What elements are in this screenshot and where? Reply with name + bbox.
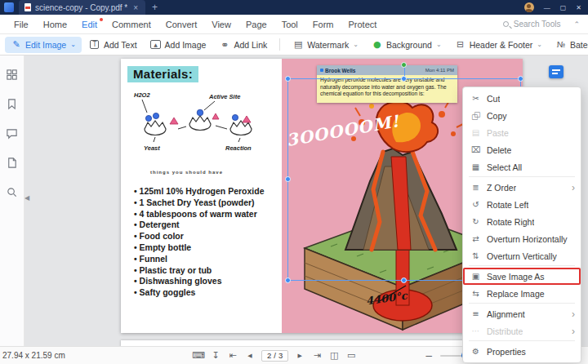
toolbar-button-label: Add Image — [165, 40, 207, 50]
add-image-icon — [150, 39, 162, 51]
left-sidebar — [0, 55, 24, 346]
page-indicator[interactable]: 2 / 3 — [261, 350, 288, 362]
toolbar-button[interactable]: Bates Number ⌄ — [550, 37, 588, 53]
context-menu-item[interactable]: Copy — [463, 107, 581, 124]
context-menu-item[interactable]: Alignment — [463, 305, 581, 322]
current-page[interactable]: 2 — [267, 351, 271, 360]
toolbar-button[interactable]: Add Image ⌄ — [145, 37, 212, 53]
tab-close-icon[interactable]: × — [131, 3, 140, 12]
fit-page-icon[interactable] — [345, 350, 357, 362]
rotate-right-icon — [470, 216, 481, 227]
close-button[interactable]: ✕ — [576, 4, 581, 11]
select-all-icon — [470, 162, 481, 172]
menu-item[interactable]: Convert — [158, 15, 205, 34]
menu-item-label: Z Order — [487, 183, 516, 193]
user-avatar[interactable] — [524, 2, 534, 12]
material-item: Dishwashing gloves — [134, 276, 265, 287]
delete-icon — [470, 144, 481, 155]
panel-collapse-icon[interactable]: ◀ — [24, 194, 29, 202]
annotation-badge-icon[interactable] — [549, 65, 564, 78]
menu-item[interactable]: Page — [238, 15, 274, 34]
prev-page-icon[interactable] — [244, 350, 256, 362]
sidebar-comments[interactable] — [6, 127, 19, 140]
menu-item[interactable]: Protect — [341, 15, 384, 34]
keyboard-icon[interactable] — [193, 350, 204, 362]
material-item: Detergent — [134, 220, 265, 231]
tab-title: science-copy - Copy.pdf * — [35, 3, 127, 12]
menu-item-label: Save Image As — [487, 272, 545, 282]
toolbar-button-label: Bates Number — [570, 40, 588, 50]
page-dimensions: 27.94 x 21.59 cm — [2, 351, 65, 360]
context-menu-item[interactable]: Cut — [463, 90, 581, 107]
context-menu-item[interactable]: Save Image As — [463, 268, 581, 285]
z-order-icon — [470, 182, 481, 193]
toolbar-button-label: Watermark — [307, 40, 349, 50]
menu-item[interactable]: Comment — [105, 15, 158, 34]
maximize-button[interactable]: ▢ — [560, 4, 567, 11]
first-page-icon[interactable] — [227, 350, 238, 362]
context-menu-item[interactable]: Delete — [463, 141, 581, 158]
paste-icon — [470, 127, 481, 138]
menu-item-label: Distribute — [487, 326, 523, 336]
sidebar-thumbnails[interactable] — [6, 69, 19, 82]
toolbar: Edit Image ⌄ Add Text ⌄ Add Image ⌄ Add … — [0, 34, 588, 55]
zoom-out-button[interactable] — [423, 350, 434, 362]
toolbar-button-label: Header & Footer — [470, 40, 533, 50]
chevron-down-icon: ⌄ — [537, 41, 542, 48]
context-menu-item[interactable]: Properties — [463, 343, 581, 360]
material-item: Empty bottle — [134, 242, 265, 254]
window-controls: — ▢ ✕ — [524, 2, 588, 12]
toolbar-button[interactable]: Edit Image ⌄ — [5, 37, 82, 53]
toolbar-divider — [279, 38, 280, 51]
context-menu-item[interactable]: Z Order — [463, 179, 581, 196]
menu-item-label: Overturn Horizontally — [487, 234, 568, 244]
collapse-toolbar-icon[interactable]: ⌃ — [573, 20, 580, 29]
watermark-icon — [292, 39, 304, 51]
toolbar-button-label: Edit Image — [25, 40, 66, 50]
context-menu-item[interactable]: Rotate Left — [463, 196, 581, 213]
context-menu-item[interactable]: Overturn Horizontally — [463, 230, 581, 247]
menu-item-label: Overturn Vertically — [487, 251, 557, 261]
context-menu-item[interactable]: Rotate Right — [463, 213, 581, 230]
menu-item[interactable]: File — [7, 15, 36, 34]
menu-item[interactable]: View — [204, 15, 238, 34]
bates-icon — [555, 39, 567, 51]
minimize-button[interactable]: — — [544, 4, 550, 11]
search-tools-label[interactable]: Search Tools — [514, 20, 561, 29]
cut-icon — [470, 93, 481, 104]
yeast-diagram: H2O2 Active Site Yeast Reaction — [131, 88, 279, 166]
next-page-icon[interactable] — [294, 350, 305, 362]
app-logo-icon — [4, 2, 14, 12]
properties-icon — [470, 346, 481, 357]
context-menu-item[interactable]: Replace Image — [463, 285, 581, 302]
fit-width-icon[interactable] — [328, 350, 340, 362]
menu-item[interactable]: Form — [305, 15, 341, 34]
download-icon[interactable] — [210, 350, 221, 362]
chevron-down-icon: ⌄ — [436, 41, 442, 48]
menu-item[interactable]: Tool — [274, 15, 305, 34]
menu-item[interactable]: Edit — [74, 15, 105, 34]
document-tab[interactable]: science-copy - Copy.pdf * × — [19, 0, 145, 15]
alignment-icon — [470, 309, 481, 319]
add-text-icon — [89, 39, 100, 51]
context-menu-item[interactable]: Overturn Vertically — [463, 247, 581, 264]
toolbar-button[interactable]: Header & Footer ⌄ — [449, 37, 548, 53]
comment-note[interactable]: Brook Wells Mon 4:11 PM Hydrogen peroxid… — [317, 65, 457, 103]
comment-icon — [6, 127, 18, 140]
menu-item[interactable]: Home — [36, 15, 74, 34]
sidebar-search[interactable] — [6, 186, 19, 199]
toolbar-button[interactable]: Add Text ⌄ — [83, 37, 143, 53]
svg-text:Yeast: Yeast — [144, 144, 160, 152]
menu-item-label: Replace Image — [487, 289, 545, 299]
toolbar-button[interactable]: Background ⌄ — [366, 37, 448, 53]
chevron-down-icon: ⌄ — [353, 41, 359, 48]
tools-right — [294, 350, 357, 362]
last-page-icon[interactable] — [311, 350, 323, 362]
context-menu-item[interactable]: Select All — [463, 158, 581, 175]
sidebar-attachments[interactable] — [6, 157, 19, 170]
new-tab-button[interactable]: + — [145, 2, 164, 13]
sidebar-bookmarks[interactable] — [6, 98, 19, 111]
toolbar-button[interactable]: Add Link ⌄ — [213, 37, 273, 53]
diagram-caption: things you should have — [150, 170, 223, 175]
toolbar-button[interactable]: Watermark ⌄ — [287, 37, 364, 53]
